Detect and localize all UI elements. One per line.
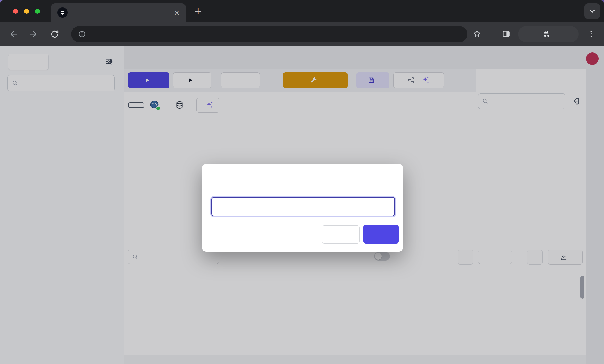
browser-menu-icon[interactable]	[587, 30, 595, 38]
window-zoom-button[interactable]	[35, 9, 40, 14]
browser-titlebar: × +	[0, 0, 604, 22]
save-sheet-modal	[202, 164, 403, 252]
text-caret	[219, 202, 219, 212]
incognito-icon	[542, 30, 551, 38]
bytebase-favicon-icon	[57, 7, 68, 18]
modal-save-button[interactable]	[363, 225, 399, 244]
forward-icon[interactable]	[28, 30, 38, 39]
browser-toolbar	[0, 22, 604, 46]
browser-tab[interactable]: ×	[51, 3, 186, 22]
window-minimize-button[interactable]	[24, 9, 29, 14]
sheet-name-input[interactable]	[211, 197, 395, 216]
tab-search-chevron-button[interactable]	[584, 3, 600, 19]
modal-divider	[202, 189, 403, 189]
reload-icon[interactable]	[50, 30, 59, 39]
incognito-badge	[518, 26, 579, 42]
new-browser-tab-button[interactable]: +	[194, 4, 202, 18]
modal-close-button[interactable]	[322, 225, 360, 244]
browser-window: × +	[0, 0, 604, 364]
address-bar[interactable]	[71, 26, 467, 42]
site-info-icon[interactable]	[78, 30, 86, 38]
bookmark-star-icon[interactable]	[473, 30, 481, 38]
back-icon[interactable]	[9, 30, 19, 39]
side-panel-icon[interactable]	[502, 30, 511, 38]
window-close-button[interactable]	[13, 9, 18, 14]
browser-tab-close-icon[interactable]: ×	[174, 8, 180, 17]
